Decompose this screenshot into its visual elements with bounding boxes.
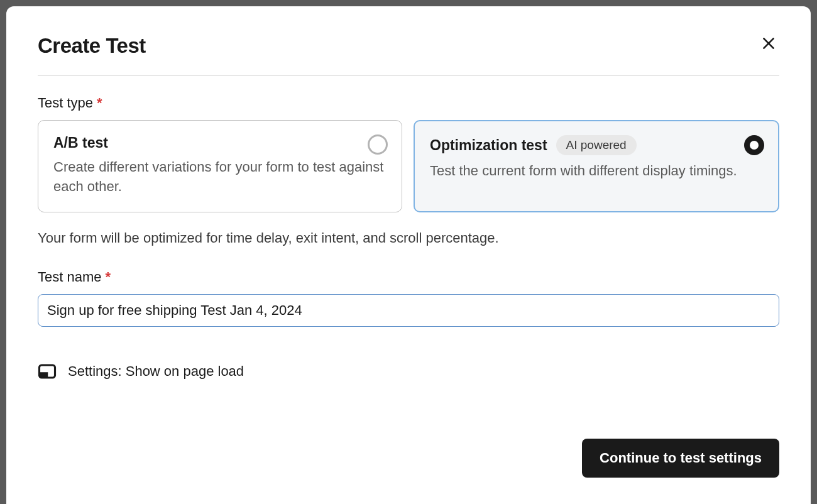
settings-row: Settings: Show on page load [38, 362, 779, 381]
required-mark: * [97, 95, 102, 111]
close-icon [760, 44, 777, 53]
test-type-cards: A/B test Create different variations for… [38, 120, 779, 212]
test-type-label-text: Test type [38, 95, 93, 111]
ab-test-title: A/B test [53, 134, 108, 151]
create-test-modal: Create Test Test type * A/B test Create … [6, 6, 811, 504]
settings-text: Settings: Show on page load [68, 363, 244, 380]
window-icon [38, 362, 57, 381]
test-name-label: Test name * [38, 269, 779, 285]
divider [38, 75, 779, 76]
ai-powered-badge: AI powered [556, 135, 637, 155]
test-name-input[interactable] [38, 294, 779, 327]
opt-test-title-row: Optimization test AI powered [430, 135, 763, 155]
opt-test-title: Optimization test [430, 137, 547, 154]
modal-footer: Continue to test settings [582, 439, 779, 478]
test-type-label: Test type * [38, 95, 779, 111]
modal-title: Create Test [38, 34, 146, 58]
modal-header: Create Test [38, 34, 779, 58]
ab-test-card[interactable]: A/B test Create different variations for… [38, 120, 402, 212]
continue-button[interactable]: Continue to test settings [582, 439, 779, 478]
helper-text: Your form will be optimized for time del… [38, 229, 779, 248]
close-button[interactable] [758, 33, 779, 56]
ab-test-radio[interactable] [368, 134, 388, 155]
optimization-test-card[interactable]: Optimization test AI powered Test the cu… [414, 120, 779, 212]
opt-test-description: Test the current form with different dis… [430, 162, 763, 181]
ab-test-description: Create different variations for your for… [53, 158, 387, 197]
test-name-label-text: Test name [38, 269, 102, 285]
required-mark: * [106, 269, 111, 285]
test-name-section: Test name * [38, 269, 779, 327]
ab-test-title-row: A/B test [53, 134, 387, 151]
opt-test-radio[interactable] [744, 135, 764, 155]
